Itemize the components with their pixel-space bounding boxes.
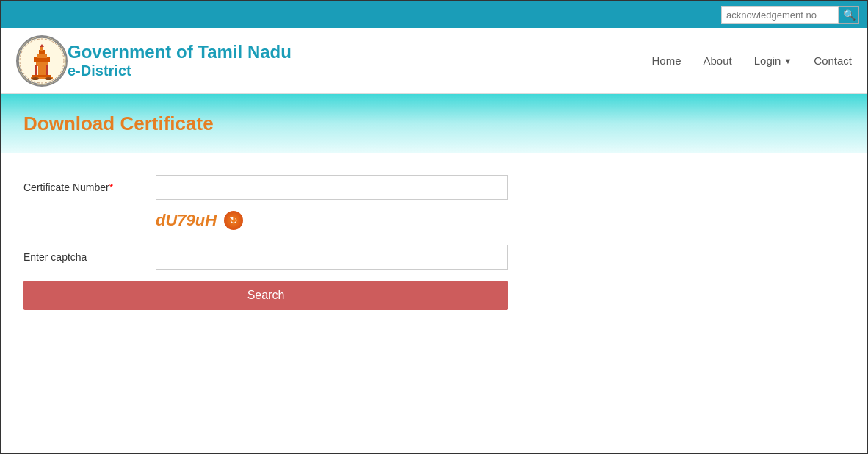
captcha-label: Enter captcha [23, 251, 156, 263]
captcha-input[interactable] [156, 245, 508, 270]
refresh-icon: ↻ [229, 215, 238, 226]
nav-contact[interactable]: Contact [814, 54, 852, 67]
svg-rect-1 [38, 65, 46, 75]
captcha-display-row: dU79uH ↻ [23, 211, 845, 230]
svg-point-13 [45, 77, 52, 80]
login-dropdown-arrow: ▼ [784, 57, 792, 65]
logo-text: Government of Tamil Nadu e-District [68, 42, 292, 79]
svg-rect-2 [36, 61, 48, 66]
banner: Download Certificate [1, 94, 867, 153]
captcha-input-group: Enter captcha [23, 245, 845, 270]
nav-about[interactable]: About [704, 54, 732, 67]
top-bar: 🔍 [1, 1, 867, 28]
site-title-line1: Government of Tamil Nadu [68, 42, 292, 62]
svg-rect-7 [32, 75, 51, 77]
svg-rect-9 [35, 65, 37, 75]
logo-area: Government of Tamil Nadu e-District [16, 35, 651, 87]
main-content: Certificate Number* dU79uH ↻ Enter captc… [1, 153, 867, 332]
nav-login-label: Login [754, 54, 781, 67]
required-marker: * [109, 181, 113, 193]
svg-point-12 [32, 77, 39, 80]
banner-title: Download Certificate [23, 112, 214, 135]
captcha-refresh-button[interactable]: ↻ [224, 211, 243, 230]
nav-home[interactable]: Home [651, 54, 681, 67]
emblem [16, 35, 68, 87]
certificate-number-group: Certificate Number* [23, 175, 845, 200]
emblem-svg [18, 37, 66, 85]
svg-rect-10 [46, 65, 48, 75]
nav-area: Home About Login ▼ Contact [651, 54, 852, 67]
search-wrapper: 🔍 [721, 6, 859, 24]
certificate-number-label: Certificate Number* [23, 181, 156, 193]
search-icon: 🔍 [843, 9, 856, 21]
certificate-number-input[interactable] [156, 175, 508, 200]
search-button[interactable]: Search [23, 281, 508, 310]
header: Government of Tamil Nadu e-District Home… [1, 28, 867, 94]
acknowledgement-search-button[interactable]: 🔍 [839, 6, 859, 24]
acknowledgement-search-input[interactable] [721, 6, 839, 24]
nav-login[interactable]: Login ▼ [754, 54, 792, 67]
captcha-text: dU79uH [156, 211, 217, 230]
site-title-line2: e-District [68, 62, 292, 79]
